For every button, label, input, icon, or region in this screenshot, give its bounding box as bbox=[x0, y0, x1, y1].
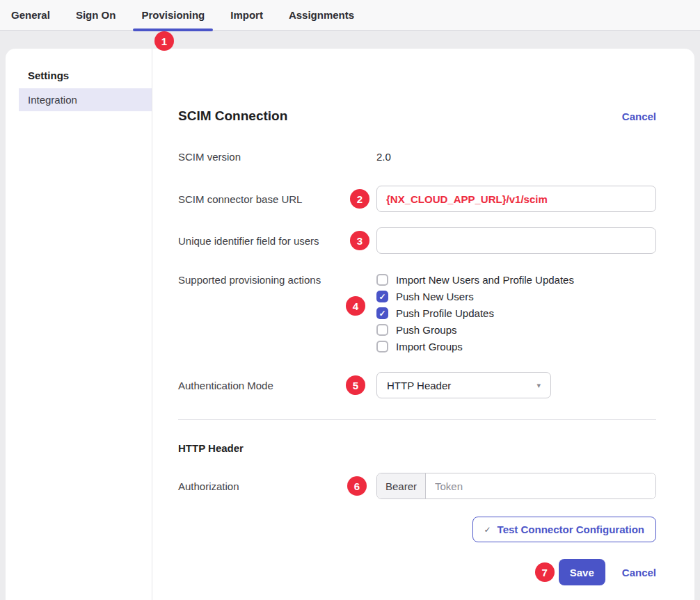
chevron-down-icon: ▾ bbox=[536, 381, 541, 390]
scim-version-value: 2.0 bbox=[376, 150, 656, 164]
cancel-link-top[interactable]: Cancel bbox=[622, 111, 656, 122]
auth-mode-select[interactable]: HTTP Header ▾ bbox=[376, 372, 551, 398]
annotation-step-7: 7 bbox=[535, 562, 555, 582]
auth-mode-selected-value: HTTP Header bbox=[387, 380, 451, 391]
app-tabbar: General Sign On Provisioning Import Assi… bbox=[0, 0, 700, 31]
sidebar-item-label: Integration bbox=[28, 94, 77, 106]
checkbox-label: Import New Users and Profile Updates bbox=[396, 274, 574, 286]
checkbox-import-new-users[interactable]: Import New Users and Profile Updates bbox=[376, 274, 656, 286]
tab-assignments[interactable]: Assignments bbox=[280, 0, 363, 30]
provisioning-actions-label: Supported provisioning actions bbox=[178, 273, 376, 287]
tab-provisioning[interactable]: Provisioning bbox=[133, 0, 213, 30]
checkbox-icon[interactable] bbox=[376, 324, 388, 336]
save-button[interactable]: Save bbox=[559, 559, 605, 585]
annotation-step-4: 4 bbox=[346, 296, 365, 316]
bearer-prefix: Bearer bbox=[377, 473, 426, 498]
unique-id-input[interactable] bbox=[376, 227, 656, 254]
tab-import[interactable]: Import bbox=[222, 0, 271, 30]
base-url-label: SCIM connector base URL bbox=[178, 186, 376, 206]
checkbox-icon[interactable] bbox=[376, 274, 388, 286]
checkbox-icon[interactable] bbox=[376, 291, 388, 302]
test-connector-button[interactable]: ✓ Test Connector Configuration bbox=[472, 517, 656, 542]
token-input[interactable] bbox=[426, 473, 655, 498]
section-divider bbox=[178, 419, 656, 420]
scim-connection-form: SCIM Connection Cancel SCIM version 2.0 … bbox=[152, 49, 694, 600]
check-icon: ✓ bbox=[484, 525, 491, 535]
checkbox-icon[interactable] bbox=[376, 307, 388, 319]
checkbox-label: Push Profile Updates bbox=[396, 307, 494, 319]
page-title: SCIM Connection bbox=[178, 108, 287, 124]
test-connector-label: Test Connector Configuration bbox=[498, 524, 644, 535]
http-header-section-title: HTTP Header bbox=[178, 442, 656, 454]
tab-sign-on[interactable]: Sign On bbox=[67, 0, 125, 30]
settings-card: Settings Integration SCIM Connection Can… bbox=[6, 49, 694, 600]
annotation-step-6: 6 bbox=[347, 476, 367, 496]
checkbox-icon[interactable] bbox=[376, 341, 388, 352]
annotation-step-2: 2 bbox=[350, 189, 369, 209]
checkbox-push-groups[interactable]: Push Groups bbox=[376, 324, 656, 336]
checkbox-push-profile-updates[interactable]: Push Profile Updates bbox=[376, 307, 656, 319]
annotation-step-3: 3 bbox=[350, 231, 369, 250]
annotation-step-1: 1 bbox=[154, 31, 174, 51]
sidebar-item-integration[interactable]: Integration bbox=[19, 88, 152, 111]
sidebar-header: Settings bbox=[28, 70, 152, 81]
checkbox-import-groups[interactable]: Import Groups bbox=[376, 341, 656, 352]
authorization-label: Authorization bbox=[178, 473, 376, 494]
checkbox-push-new-users[interactable]: Push New Users bbox=[376, 291, 656, 302]
base-url-input[interactable] bbox=[376, 186, 656, 212]
scim-version-label: SCIM version bbox=[178, 150, 376, 164]
checkbox-label: Push New Users bbox=[396, 291, 474, 302]
settings-sidebar: Settings Integration bbox=[6, 49, 152, 600]
checkbox-label: Import Groups bbox=[396, 341, 463, 352]
checkbox-label: Push Groups bbox=[396, 324, 457, 336]
cancel-link-bottom[interactable]: Cancel bbox=[622, 567, 656, 578]
unique-id-label: Unique identifier field for users bbox=[178, 227, 376, 248]
annotation-step-5: 5 bbox=[346, 375, 365, 395]
tab-general[interactable]: General bbox=[3, 0, 58, 30]
